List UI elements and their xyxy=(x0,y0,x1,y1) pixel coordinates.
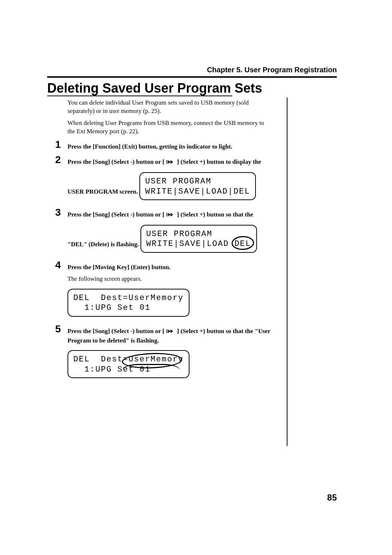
intro-paragraph-2: When deleting User Programs from USB mem… xyxy=(68,119,271,136)
step-text: Press the [Moving Key] (Enter) button. xyxy=(68,264,171,271)
lcd-line-1: USER PROGRAM xyxy=(145,177,211,186)
svg-marker-4 xyxy=(168,213,171,216)
step-number: 1 xyxy=(55,139,61,150)
lcd-screen: DEL Dest=UserMemory 1:UPG Set 01 xyxy=(68,350,189,378)
svg-marker-7 xyxy=(168,329,171,333)
page-number-text: 85 xyxy=(327,493,337,502)
lcd-line-2: WRITE|SAVE|LOAD|DEL xyxy=(145,187,250,196)
section-title-text: Deleting Saved User Program Sets xyxy=(47,81,262,96)
page: Chapter 5. User Program Registration Del… xyxy=(0,0,392,555)
lcd-line-2: 1:UPG Set 01 xyxy=(73,303,151,312)
lcd-screen: USER PROGRAM WRITE|SAVE|LOAD|DEL xyxy=(139,172,256,200)
step-number: 5 xyxy=(55,323,61,335)
step-text: Press the [Function] (Exit) button, gett… xyxy=(68,143,232,150)
step-text-a: Press the [Song] (Select -) button or [ xyxy=(68,158,166,165)
step-4: 4 Press the [Moving Key] (Enter) button.… xyxy=(47,263,287,320)
step-text-a: Press the [Song] (Select -) button or [ xyxy=(68,211,166,218)
step-number: 3 xyxy=(55,207,61,218)
svg-marker-8 xyxy=(171,329,173,333)
section-title: Deleting Saved User Program Sets xyxy=(47,81,262,96)
lcd-screen: USER PROGRAM WRITE|SAVE|LOAD DEL xyxy=(140,225,257,253)
step-body: Press the [Song] (Select -) button or [ … xyxy=(68,327,271,382)
step-3: 3 Press the [Song] (Select -) button or … xyxy=(47,210,287,256)
svg-marker-1 xyxy=(168,160,171,164)
running-header-text: Chapter 5. User Program Registration xyxy=(207,66,337,74)
step-1: 1 Press the [Function] (Exit) button, ge… xyxy=(47,142,287,151)
step-body: Press the [Moving Key] (Enter) button. T… xyxy=(68,263,271,320)
step-body: Press the [Function] (Exit) button, gett… xyxy=(68,142,271,151)
steps-list: 1 Press the [Function] (Exit) button, ge… xyxy=(47,142,287,382)
lcd-line-1: DEL Dest=UserMemory xyxy=(73,293,184,303)
step-number: 4 xyxy=(55,259,61,271)
rewind-icon xyxy=(166,327,175,336)
svg-rect-3 xyxy=(167,213,167,216)
content-column: You can delete individual User Program s… xyxy=(47,97,287,446)
step-2: 2 Press the [Song] (Select -) button or … xyxy=(47,158,287,204)
lcd-line-1-left: DEL Dest= xyxy=(73,355,128,364)
rewind-icon xyxy=(166,211,175,220)
lcd-screen: DEL Dest=UserMemory 1:UPG Set 01 xyxy=(68,289,189,317)
swoosh-mark xyxy=(122,364,180,370)
svg-marker-2 xyxy=(171,160,173,164)
lcd-line-1: USER PROGRAM xyxy=(146,230,212,239)
section-title-underline xyxy=(47,96,232,96)
step-body: Press the [Song] (Select -) button or [ … xyxy=(68,158,271,204)
step-sub-text: The following screen appears. xyxy=(68,275,271,284)
rewind-icon xyxy=(166,158,175,167)
intro-paragraph-1: You can delete individual User Program s… xyxy=(68,99,271,116)
svg-marker-5 xyxy=(171,213,173,216)
intro-block: You can delete individual User Program s… xyxy=(68,99,271,136)
svg-rect-6 xyxy=(167,329,167,333)
running-header: Chapter 5. User Program Registration xyxy=(207,66,337,74)
step-body: Press the [Song] (Select -) button or [ … xyxy=(68,210,271,256)
header-rule-thick xyxy=(47,76,337,78)
step-5: 5 Press the [Song] (Select -) button or … xyxy=(47,327,287,382)
step-text-a: Press the [Song] (Select -) button or [ xyxy=(68,328,166,335)
page-number: 85 xyxy=(327,493,337,503)
lcd-line-2-left: WRITE|SAVE|LOAD xyxy=(146,239,229,248)
svg-rect-0 xyxy=(167,160,167,164)
step-number: 2 xyxy=(55,154,61,166)
